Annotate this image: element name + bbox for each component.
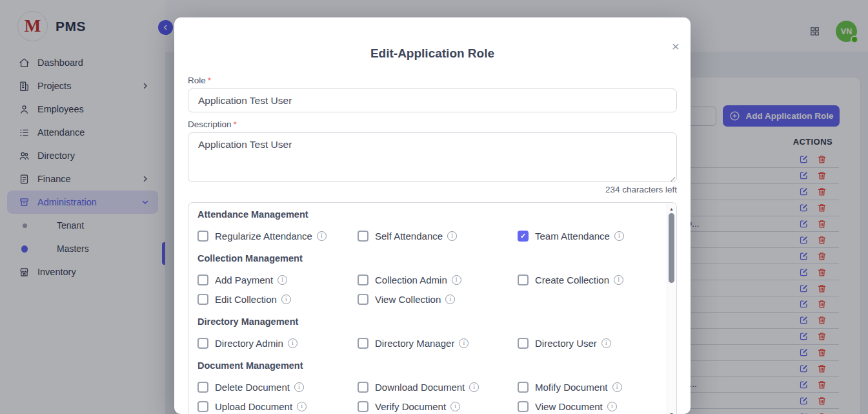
permission-item: Collection Admini <box>358 270 518 289</box>
info-icon[interactable]: i <box>288 338 298 348</box>
permission-label: Verify Document <box>375 401 446 412</box>
permission-label: Create Collection <box>535 274 609 285</box>
permission-checkbox[interactable] <box>518 382 529 393</box>
permission-label: Add Payment <box>215 274 273 285</box>
required-asterisk: * <box>234 119 237 129</box>
permission-checkbox[interactable] <box>358 401 368 412</box>
permission-item: Directory Admini <box>197 333 358 353</box>
permission-checkbox[interactable] <box>358 382 368 393</box>
permission-checkbox[interactable] <box>197 231 208 242</box>
role-label-text: Role <box>188 76 206 85</box>
role-label: Role* <box>188 76 211 85</box>
permission-section-title: Document Management <box>197 360 662 373</box>
description-textarea[interactable] <box>188 132 677 182</box>
scrollbar-thumb[interactable] <box>669 213 674 283</box>
permission-checkbox[interactable] <box>197 401 208 412</box>
info-icon[interactable]: i <box>614 275 623 285</box>
info-icon[interactable]: i <box>452 275 461 285</box>
info-icon[interactable]: i <box>447 231 457 241</box>
modal-title: Edit-Application Role <box>174 17 691 61</box>
permission-grid: Directory AdminiDirectory ManageriDirect… <box>197 333 662 353</box>
required-asterisk: * <box>208 76 211 85</box>
app-root: M PMS DashboardProjectsEmployeesAttendan… <box>0 0 868 414</box>
info-icon[interactable]: i <box>278 275 287 285</box>
info-icon[interactable]: i <box>317 231 327 241</box>
permission-label: Upload Document <box>215 401 292 412</box>
permission-item: View Collectioni <box>358 289 518 309</box>
permission-label: Self Attendance <box>375 231 443 242</box>
permission-checkbox[interactable] <box>518 338 529 349</box>
permission-checkbox[interactable] <box>518 274 529 285</box>
info-icon[interactable]: i <box>294 382 304 392</box>
info-icon[interactable]: i <box>297 402 307 411</box>
info-icon[interactable]: i <box>607 402 617 411</box>
permission-item: Self Attendancei <box>358 226 518 245</box>
role-input[interactable] <box>188 88 677 112</box>
permission-section: Attendance ManagementRegularize Attendan… <box>197 209 662 245</box>
permission-checkbox[interactable] <box>197 294 208 305</box>
permission-checkbox[interactable] <box>358 231 368 242</box>
permission-item: Verify Documenti <box>358 397 518 414</box>
permission-item: Mofify Documenti <box>518 377 662 397</box>
permission-grid: Regularize AttendanceiSelf Attendancei✓T… <box>197 226 662 245</box>
description-label-text: Description <box>188 119 232 129</box>
permission-label: Directory Admin <box>215 338 283 349</box>
permission-section: Collection ManagementAdd PaymentiCollect… <box>197 253 662 309</box>
permission-item: View Documenti <box>518 397 662 414</box>
permission-label: Team Attendance <box>535 231 610 242</box>
permission-item: Download Documenti <box>358 377 518 397</box>
info-icon[interactable]: i <box>469 382 479 392</box>
permission-section: Directory ManagementDirectory AdminiDire… <box>197 316 662 353</box>
permission-item: Upload Documenti <box>197 397 358 414</box>
permissions-sections: Attendance ManagementRegularize Attendan… <box>197 209 662 414</box>
permission-grid: Delete DocumentiDownload DocumentiMofify… <box>197 377 662 414</box>
permission-item: Regularize Attendancei <box>197 226 358 245</box>
permission-label: Mofify Document <box>535 382 608 393</box>
permission-checkbox[interactable] <box>518 401 529 412</box>
permission-label: View Document <box>535 401 603 412</box>
permissions-panel: Attendance ManagementRegularize Attendan… <box>188 202 677 414</box>
info-icon[interactable]: i <box>459 338 469 348</box>
permission-label: Directory Manager <box>375 338 454 349</box>
permission-item: ✓Team Attendancei <box>518 226 662 245</box>
permission-label: Edit Collection <box>215 294 277 305</box>
permission-checkbox[interactable] <box>358 338 368 349</box>
info-icon[interactable]: i <box>614 231 624 241</box>
info-icon[interactable]: i <box>612 382 622 392</box>
permission-section-title: Collection Management <box>197 253 662 266</box>
edit-application-role-modal: Edit-Application Role × Role* Descriptio… <box>174 17 691 414</box>
permission-item: Directory Manageri <box>358 333 518 353</box>
characters-left-counter: 234 characters left <box>605 185 677 194</box>
permission-label: Download Document <box>375 382 465 393</box>
permission-label: Regularize Attendance <box>215 231 312 242</box>
permission-checkbox[interactable] <box>197 382 208 393</box>
permission-section-title: Directory Management <box>197 316 662 329</box>
permission-item: Delete Documenti <box>197 377 358 397</box>
permission-checkbox[interactable] <box>358 294 368 305</box>
permission-label: Directory User <box>535 338 597 349</box>
info-icon[interactable]: i <box>445 295 455 304</box>
permission-label: Delete Document <box>215 382 290 393</box>
permission-item: Add Paymenti <box>197 270 358 289</box>
permission-checkbox[interactable] <box>197 338 208 349</box>
permission-label: View Collection <box>375 294 441 305</box>
info-icon[interactable]: i <box>450 402 460 411</box>
permission-checkbox[interactable]: ✓ <box>518 231 529 242</box>
permission-item: Edit Collectioni <box>197 289 358 309</box>
permission-item: Create Collectioni <box>518 270 662 289</box>
scrollbar[interactable]: ▲ ▼ <box>667 203 676 414</box>
close-icon[interactable]: × <box>672 39 680 53</box>
permission-checkbox[interactable] <box>358 274 368 285</box>
permission-item: Directory Useri <box>518 333 662 353</box>
description-label: Description* <box>188 119 237 129</box>
info-icon[interactable]: i <box>601 338 611 348</box>
permission-label: Collection Admin <box>375 274 447 285</box>
permission-section-title: Attendance Management <box>197 209 662 222</box>
permission-checkbox[interactable] <box>197 274 208 285</box>
info-icon[interactable]: i <box>281 295 291 304</box>
permission-grid: Add PaymentiCollection AdminiCreate Coll… <box>197 270 662 309</box>
permission-section: Document ManagementDelete DocumentiDownl… <box>197 360 662 414</box>
scroll-up-arrow-icon[interactable]: ▲ <box>667 207 676 211</box>
